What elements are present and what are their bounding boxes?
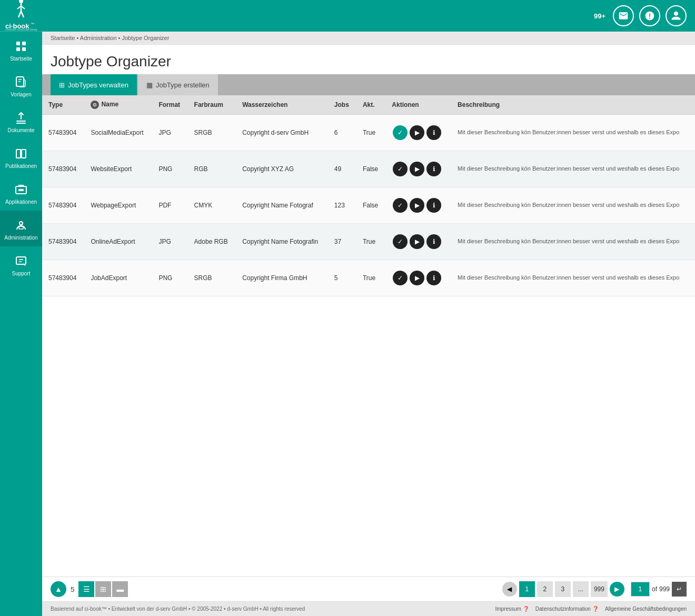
table-row: 57483904SocialMediaExportJPGSRGBCopyrigh… [42,115,695,151]
col-type: Type [42,95,84,115]
create-tab-label: JobType erstellen [156,81,210,89]
cell-farbraum: Adobe RGB [188,224,236,260]
sidebar-item-vorlagen[interactable]: Vorlagen [0,67,42,103]
action-play-button[interactable]: ▶ [410,125,424,140]
pagination-left: ▲ 5 ☰ ⊞ ▬ [51,581,128,597]
breadcrumb-text: Startseite • Administration • Jobtype Or… [51,35,169,41]
cell-aktiv: True [356,115,385,151]
page-3-button[interactable]: 3 [555,581,571,597]
page-999-button[interactable]: 999 [591,581,608,597]
svg-rect-9 [16,42,20,45]
goto-enter-button[interactable]: ↵ [672,582,687,597]
list-view-button[interactable]: ☰ [78,581,94,597]
name-sort-icon: ⊙ [91,101,99,109]
footer-link-impressum[interactable]: Impressum ❓ [495,606,529,612]
tab-manage-jobtypes[interactable]: ⊞ JobTypes verwalten [51,74,137,95]
page-1-button[interactable]: 1 [519,581,535,597]
cell-aktionen: ✓▶ℹ [385,187,451,224]
table-row: 57483904WebpageExportPDFCMYKCopyright Na… [42,187,695,224]
svg-rect-12 [22,47,26,51]
cell-farbraum: RGB [188,151,236,187]
cell-type: 57483904 [42,260,84,296]
action-play-button[interactable]: ▶ [410,234,424,249]
vorlagen-icon [14,75,28,90]
action-play-button[interactable]: ▶ [410,198,424,213]
user-menu-button[interactable] [666,5,687,26]
svg-point-18 [19,222,23,225]
dancer-icon [13,0,29,21]
cibook-logo-text: ci·book ™ constant corporate design [5,22,37,31]
administration-icon [14,218,28,233]
cell-aktionen: ✓▶ℹ [385,260,451,296]
svg-rect-20 [16,257,26,264]
action-info-button[interactable]: ℹ [426,198,441,213]
action-check-button[interactable]: ✓ [393,198,408,213]
sidebar-label-administration: Administration [4,235,37,241]
cell-aktionen: ✓▶ℹ [385,115,451,151]
next-page-button[interactable]: ▶ [610,582,624,597]
tab-bar: ⊞ JobTypes verwalten ▦ JobType erstellen [42,74,695,95]
col-name[interactable]: ⊙Name [84,95,152,115]
action-check-button[interactable]: ✓ [393,162,408,176]
cell-aktiv: False [356,151,385,187]
table-row: 57483904OnlineAdExportJPGAdobe RGBCopyri… [42,224,695,260]
sidebar-item-support[interactable]: Support [0,246,42,282]
action-info-button[interactable]: ℹ [426,162,441,176]
svg-rect-14 [16,150,21,158]
notifications-button[interactable] [639,5,660,26]
action-info-button[interactable]: ℹ [426,234,441,249]
sidebar-item-applikationen[interactable]: Applikationen [0,175,42,211]
sidebar-item-publikationen[interactable]: Publikationen [0,139,42,175]
action-check-button[interactable]: ✓ [393,271,408,285]
footer-copyright: Basierend auf ci-book™ • Entwickelt von … [51,606,305,612]
page-2-button[interactable]: 2 [537,581,553,597]
impressum-help-icon: ❓ [523,606,529,612]
cell-name: SocialMediaExport [84,115,152,151]
pagination-right: ◀ 1 2 3 ... 999 ▶ of 999 ↵ [502,581,687,597]
app-logo: ci·book ™ constant corporate design [0,0,42,32]
action-play-button[interactable]: ▶ [410,271,424,285]
publikationen-icon [14,146,28,161]
svg-text:™: ™ [31,22,34,26]
sidebar-label-startseite: Startseite [10,56,32,62]
goto-page-input[interactable] [631,582,650,597]
prev-page-button[interactable]: ◀ [502,582,517,597]
col-farbraum: Farbraum [188,95,236,115]
cell-format: PDF [152,187,187,224]
cell-wasserzeichen: Copyright XYZ AG [236,151,328,187]
svg-line-4 [18,11,21,17]
action-check-button[interactable]: ✓ [393,125,408,140]
goto-total: 999 [659,585,670,593]
top-bar: 99+ [42,0,695,32]
cell-format: JPG [152,224,187,260]
sidebar-item-startseite[interactable]: Startseite [0,32,42,67]
cell-jobs: 37 [328,224,356,260]
action-check-button[interactable]: ✓ [393,234,408,249]
per-page-count: 5 [71,585,74,593]
grid-view-button[interactable]: ⊞ [95,581,111,597]
compact-view-button[interactable]: ▬ [112,581,128,597]
footer: Basierend auf ci-book™ • Entwickelt von … [42,601,695,616]
sidebar-item-dokumente[interactable]: Dokumente [0,103,42,139]
cell-aktiv: True [356,224,385,260]
cell-name: WebsiteExport [84,151,152,187]
datenschutz-help-icon: ❓ [592,606,599,612]
cell-beschreibung: Mit dieser Beschreibung kön Benutzer:inn… [451,151,695,187]
support-icon [14,254,28,269]
tab-create-jobtype[interactable]: ▦ JobType erstellen [138,74,218,95]
per-page-button[interactable]: ▲ [51,581,66,597]
messages-button[interactable] [613,5,634,26]
col-wasserzeichen: Wasserzeichen [236,95,328,115]
footer-link-agb[interactable]: Allgemeine Geschäftsbedingungen [605,606,687,612]
table-row: 57483904WebsiteExportPNGRGBCopyright XYZ… [42,151,695,187]
cell-aktionen: ✓▶ℹ [385,151,451,187]
table-header-row: Type ⊙Name Format Farbraum Wasserzeichen… [42,95,695,115]
action-play-button[interactable]: ▶ [410,162,424,176]
footer-link-datenschutz[interactable]: Datenschutzinformation ❓ [535,606,599,612]
action-info-button[interactable]: ℹ [426,125,441,140]
footer-links: Impressum ❓ Datenschutzinformation ❓ All… [495,606,687,612]
cell-aktiv: False [356,187,385,224]
sidebar-item-administration[interactable]: Administration [0,211,42,246]
action-info-button[interactable]: ℹ [426,271,441,285]
page-title: Jobtype Organizer [51,53,687,70]
